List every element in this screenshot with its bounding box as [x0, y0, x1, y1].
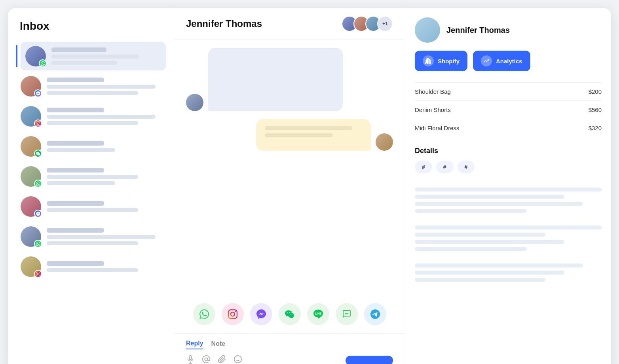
avatar-wrap-2 — [21, 76, 41, 97]
svg-point-0 — [345, 313, 346, 315]
product-name-3: Midi Floral Dress — [415, 125, 460, 131]
analytics-button[interactable]: Analytics — [473, 51, 530, 71]
tag-3[interactable]: # — [458, 161, 475, 173]
inbox-text-3 — [47, 108, 161, 125]
chat-panel: Jennifer Thomas +1 — [174, 8, 405, 364]
svg-point-6 — [205, 358, 207, 360]
shopify-label: Shopify — [438, 58, 460, 64]
tag-row: # # # — [415, 161, 602, 173]
product-price-3: $320 — [589, 125, 602, 131]
message-row-received-1 — [186, 48, 393, 111]
attachment-icon[interactable] — [218, 355, 226, 364]
inbox-item-2[interactable] — [16, 72, 166, 100]
at-icon[interactable] — [202, 355, 211, 364]
inbox-panel: Inbox — [8, 8, 174, 364]
instagram-badge-8 — [34, 270, 42, 278]
contact-avatar — [415, 17, 440, 43]
tab-note[interactable]: Note — [211, 340, 226, 349]
product-price-2: $560 — [589, 106, 602, 113]
avatar-wrap-1 — [25, 46, 46, 66]
notes-section — [415, 188, 602, 282]
product-row-1: Shoulder Bag $200 — [415, 83, 602, 101]
chat-footer: Reply Note — [174, 333, 405, 364]
channel-btn-messenger[interactable] — [250, 303, 272, 325]
inbox-item-7[interactable] — [16, 222, 166, 251]
avatar-wrap-8 — [21, 256, 41, 277]
channel-btn-line[interactable] — [307, 303, 329, 325]
channel-btn-instagram[interactable] — [222, 303, 244, 325]
send-button[interactable] — [346, 356, 393, 364]
inbox-title: Inbox — [16, 20, 166, 32]
details-title: Details — [415, 147, 602, 155]
inbox-item-6[interactable] — [16, 192, 166, 221]
whatsapp-badge-5 — [34, 180, 42, 188]
whatsapp-badge-7 — [34, 240, 42, 248]
inbox-text-5 — [47, 168, 161, 185]
microphone-icon[interactable] — [186, 355, 195, 364]
chat-body — [174, 40, 405, 299]
inbox-item-8[interactable] — [16, 252, 166, 281]
channel-btn-sms[interactable] — [336, 303, 358, 325]
inbox-text-8 — [47, 261, 161, 272]
avatar-wrap-3 — [21, 106, 41, 127]
integration-row: Shopify Analytics — [415, 51, 602, 71]
contact-header: Jennifer Thomas — [415, 17, 602, 43]
inbox-item-1[interactable] — [16, 42, 166, 70]
app-container: Inbox — [8, 8, 611, 364]
avatar-wrap-7 — [21, 226, 41, 247]
inbox-text-6 — [47, 201, 161, 212]
whatsapp-badge-1 — [39, 59, 47, 67]
shopify-icon — [423, 55, 434, 66]
inbox-text-2 — [47, 78, 161, 95]
message-bubble-sent-1 — [256, 119, 371, 151]
right-panel: Jennifer Thomas Shopify Analytics Should… — [405, 8, 611, 364]
instagram-badge-3 — [34, 119, 42, 127]
svg-rect-3 — [189, 356, 192, 360]
analytics-icon — [481, 55, 492, 66]
details-section: Details # # # — [415, 147, 602, 173]
channel-icons-row — [174, 299, 405, 333]
group-avatar-more: +1 — [377, 16, 393, 32]
chat-title: Jennifer Thomas — [186, 18, 262, 29]
inbox-item-3[interactable] — [16, 102, 166, 131]
shopify-button[interactable]: Shopify — [415, 51, 467, 71]
wechat-badge-4 — [34, 150, 42, 157]
analytics-label: Analytics — [496, 58, 522, 64]
svg-point-1 — [346, 313, 347, 315]
svg-point-2 — [347, 313, 348, 315]
sender-avatar-sent-1 — [376, 133, 393, 151]
channel-btn-whatsapp[interactable] — [193, 303, 215, 325]
product-name-2: Denim Shorts — [415, 106, 451, 113]
chat-header: Jennifer Thomas +1 — [174, 8, 405, 40]
product-list: Shoulder Bag $200 Denim Shorts $560 Midi… — [415, 82, 602, 137]
emoji-icon[interactable] — [234, 355, 242, 364]
product-name-1: Shoulder Bag — [415, 88, 451, 95]
message-row-sent-1 — [186, 119, 393, 151]
inbox-item-5[interactable] — [16, 162, 166, 191]
message-bubble-received-1 — [208, 48, 343, 111]
active-bar — [16, 45, 17, 67]
product-price-1: $200 — [589, 88, 602, 95]
tag-1[interactable]: # — [415, 161, 432, 173]
reply-tools — [186, 355, 242, 364]
avatar-wrap-6 — [21, 196, 41, 217]
avatar-wrap-4 — [21, 136, 41, 157]
product-row-3: Midi Floral Dress $320 — [415, 119, 602, 137]
product-row-2: Denim Shorts $560 — [415, 101, 602, 119]
inbox-text-4 — [47, 141, 161, 152]
tag-2[interactable]: # — [436, 161, 454, 173]
messenger-badge-2 — [34, 89, 42, 97]
reply-tabs: Reply Note — [186, 340, 393, 349]
avatar-group: +1 — [342, 16, 393, 32]
inbox-text-7 — [47, 228, 161, 245]
inbox-list — [16, 42, 166, 281]
channel-btn-telegram[interactable] — [364, 303, 386, 325]
svg-point-7 — [234, 356, 241, 363]
inbox-text-1 — [51, 47, 161, 65]
inbox-item-4[interactable] — [16, 132, 166, 161]
avatar-wrap-5 — [21, 166, 41, 187]
messenger-badge-6 — [34, 210, 42, 218]
tab-reply[interactable]: Reply — [186, 340, 203, 349]
channel-btn-wechat[interactable] — [279, 303, 301, 325]
sender-avatar-1 — [186, 94, 203, 111]
